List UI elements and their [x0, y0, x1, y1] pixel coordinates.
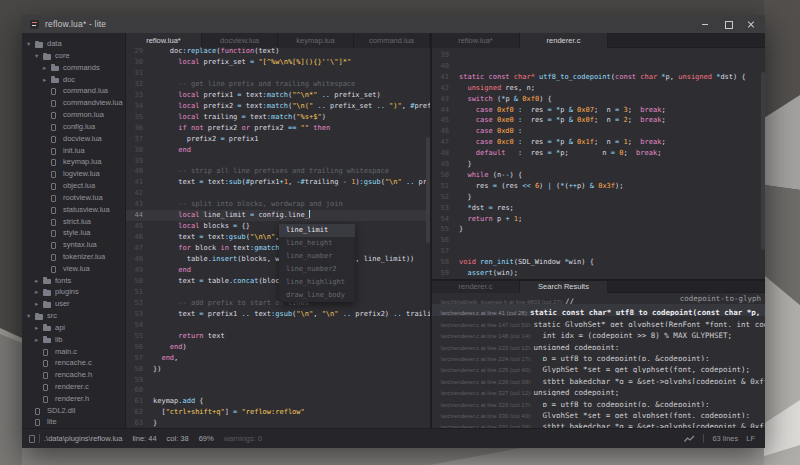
tree-item-statusview-lua[interactable]: statusview.lua — [22, 204, 125, 216]
search-result-row[interactable]: .\src\renderer.c at line 41 (col 28): st… — [432, 304, 765, 315]
tree-item-lib[interactable]: ▸lib — [22, 334, 125, 346]
tree-item-commands[interactable]: ▸commands — [22, 62, 125, 74]
tree-item-view-lua[interactable]: view.lua — [22, 263, 125, 275]
tree-item-user[interactable]: ▸user — [22, 298, 125, 310]
code-line-35[interactable]: 35 local trailing = text:match("%s+$") — [126, 112, 430, 123]
code-line-36[interactable]: 36 if not prefix2 or prefix2 == "" then — [126, 123, 430, 134]
code-line-55[interactable]: 55} — [432, 224, 765, 235]
code-line-41[interactable]: 41 text = text:sub(#prefix1+1, -#trailin… — [126, 177, 430, 188]
code-line-45[interactable]: 45 local blocks = {} — [126, 221, 430, 232]
code-line-54[interactable]: 54 — [126, 320, 430, 331]
code-line-43[interactable]: 43 -- split into blocks, wordwrap and jo… — [126, 199, 430, 210]
code-line-30[interactable]: 30 local prefix_set = "[^%w\n%[%](){}''\… — [126, 57, 430, 68]
tree-item-keymap-lua[interactable]: keymap.lua — [22, 156, 125, 168]
tree-item-renderer-c[interactable]: renderer.c — [22, 381, 125, 393]
code-line-56[interactable]: 56 end) — [126, 342, 430, 353]
code-area-right[interactable]: 394041static const char* utf8_to_codepoi… — [432, 48, 765, 279]
code-line-46[interactable]: 46 text = text:gsub("\n\n", "\0") — [126, 232, 430, 243]
code-line-59[interactable]: 59 — [126, 375, 430, 386]
search-result-row[interactable]: .\src\renderer.c at line 222 (col 12): u… — [432, 339, 765, 350]
tree-item-renderer-h[interactable]: renderer.h — [22, 393, 125, 405]
search-result-row[interactable]: .\src\renderer.c at line 331 (col 39): s… — [432, 418, 765, 428]
code-line-49[interactable]: 49 end — [126, 265, 430, 276]
tree-item-plugins[interactable]: ▸plugins — [22, 286, 125, 298]
code-line-53[interactable]: 53 text = prefix1 .. text:gsub("\n", "\n… — [126, 309, 430, 320]
code-line-40[interactable]: 40 — [432, 61, 765, 72]
tree-item-commandview-lua[interactable]: commandview.lua — [22, 97, 125, 109]
scrollbar-right-pane[interactable] — [761, 72, 765, 250]
code-line-40[interactable]: 40 -- strip all line prefixes and traili… — [126, 166, 430, 177]
code-line-34[interactable]: 34 local prefix2 = text:match("\n(" .. p… — [126, 101, 430, 112]
tree-item-docview-lua[interactable]: docview.lua — [22, 133, 125, 145]
tree-item-style-lua[interactable]: style.lua — [22, 227, 125, 239]
code-line-49[interactable]: 49 } — [432, 159, 765, 170]
tree-item-object-lua[interactable]: object.lua — [22, 180, 125, 192]
code-line-47[interactable]: 47 for block in text:gmatch("%Z+") do — [126, 243, 430, 254]
tree-item-doc[interactable]: ▸doc — [22, 74, 125, 86]
code-line-53[interactable]: 53 *dst = res; — [432, 203, 765, 214]
close-button[interactable] — [746, 19, 756, 29]
code-line-58[interactable]: 58}) — [126, 364, 430, 375]
search-result-row[interactable]: .\src\renderer.c at line 330 (col 40): G… — [432, 407, 765, 418]
code-area-left[interactable]: 29 doc:replace(function(text)30 local pr… — [126, 48, 430, 428]
code-line-59[interactable]: 59 assert(win); — [432, 268, 765, 279]
code-line-32[interactable]: 32 -- get line prefix and trailing white… — [126, 79, 430, 90]
code-line-42[interactable]: 42 — [126, 188, 430, 199]
code-line-46[interactable]: 46 case 0xd0 : — [432, 126, 765, 137]
code-line-57[interactable]: 57 — [432, 246, 765, 257]
code-line-45[interactable]: 45 case 0xe0 : res = *p & 0x0f; n = 2; b… — [432, 115, 765, 126]
code-line-50[interactable]: 50 text = table.concat(blocks, "\n\n") — [126, 276, 430, 287]
code-line-57[interactable]: 57 end, — [126, 353, 430, 364]
maximize-button[interactable] — [723, 19, 733, 29]
code-line-43[interactable]: 43 switch (*p & 0xf0) { — [432, 94, 765, 105]
code-line-62[interactable]: 62 ["ctrl+shift+q"] = "reflow:reflow" — [126, 407, 430, 418]
code-line-48[interactable]: 48 default : res = *p; n = 0; break; — [432, 148, 765, 159]
tree-item-core[interactable]: ▾core — [22, 50, 125, 62]
code-line-52[interactable]: 52 -- add prefix to start of lines — [126, 298, 430, 309]
search-result-row[interactable]: .\src\renderer.c at line 329 (col 17): p… — [432, 396, 765, 407]
code-line-58[interactable]: 58void ren_init(SDL_Window *win) { — [432, 257, 765, 268]
tree-item-data[interactable]: ▾data — [22, 38, 125, 50]
autocomplete-item-line-number[interactable]: line_number — [279, 250, 355, 263]
code-line-33[interactable]: 33 local prefix1 = text:match("^\n*" .. … — [126, 90, 430, 101]
code-line-55[interactable]: 55 return text — [126, 331, 430, 342]
search-result-row[interactable]: .\src\renderer.c at line 147 (col 50): s… — [432, 316, 765, 327]
code-line-51[interactable]: 51 — [126, 287, 430, 298]
code-line-50[interactable]: 50 while (n--) { — [432, 170, 765, 181]
code-line-60[interactable]: 60 — [126, 385, 430, 396]
search-result-row[interactable]: .\src\renderer.c at line 226 (col 39): s… — [432, 373, 765, 384]
tree-item-command-lua[interactable]: command.lua — [22, 85, 125, 97]
tree-item-lite[interactable]: lite — [22, 416, 125, 428]
code-line-39[interactable]: 39 — [126, 156, 430, 167]
code-line-42[interactable]: 42 unsigned res, n; — [432, 83, 765, 94]
autocomplete-item-line-number2[interactable]: line_number2 — [279, 263, 355, 276]
tree-item-common-lua[interactable]: common.lua — [22, 109, 125, 121]
code-line-48[interactable]: 48 table.insert(blocks, wordwrap_text(bl… — [126, 254, 430, 265]
tree-item-api[interactable]: ▸api — [22, 322, 125, 334]
tree-item-rencache-c[interactable]: rencache.c — [22, 357, 125, 369]
autocomplete-item-line-height[interactable]: line_height — [279, 237, 355, 250]
tree-item-sdl2-dll[interactable]: SDL2.dll — [22, 405, 125, 417]
tree-item-rencache-h[interactable]: rencache.h — [22, 369, 125, 381]
autocomplete-item-line-limit[interactable]: line_limit — [279, 224, 355, 237]
tab-reflow-lua[interactable]: reflow.lua* — [432, 33, 520, 48]
code-line-54[interactable]: 54 return p + 1; — [432, 214, 765, 225]
tab-renderer-c[interactable]: renderer.c — [520, 33, 608, 48]
tree-item-src[interactable]: ▾src — [22, 310, 125, 322]
code-line-47[interactable]: 47 case 0xc0 : res = *p & 0x1f; n = 1; b… — [432, 137, 765, 148]
code-line-44[interactable]: 44 local line_limit = config.line_ — [126, 210, 430, 221]
titlebar[interactable]: reflow.lua* - lite — [22, 15, 765, 33]
code-line-31[interactable]: 31 — [126, 68, 430, 79]
minimize-button[interactable] — [700, 19, 710, 29]
tree-item-main-c[interactable]: main.c — [22, 346, 125, 358]
tree-item-rootview-lua[interactable]: rootview.lua — [22, 192, 125, 204]
code-line-61[interactable]: 61keymap.add { — [126, 396, 430, 407]
code-line-37[interactable]: 37 prefix2 = prefix1 — [126, 134, 430, 145]
code-line-56[interactable]: 56 — [432, 235, 765, 246]
tree-item-strict-lua[interactable]: strict.lua — [22, 216, 125, 228]
tree-item-tokenizer-lua[interactable]: tokenizer.lua — [22, 251, 125, 263]
autocomplete-item-draw-line-body[interactable]: draw_line_body — [279, 289, 355, 302]
code-line-63[interactable]: 63} — [126, 418, 430, 428]
code-line-52[interactable]: 52 } — [432, 192, 765, 203]
tree-item-fonts[interactable]: ▸fonts — [22, 275, 125, 287]
